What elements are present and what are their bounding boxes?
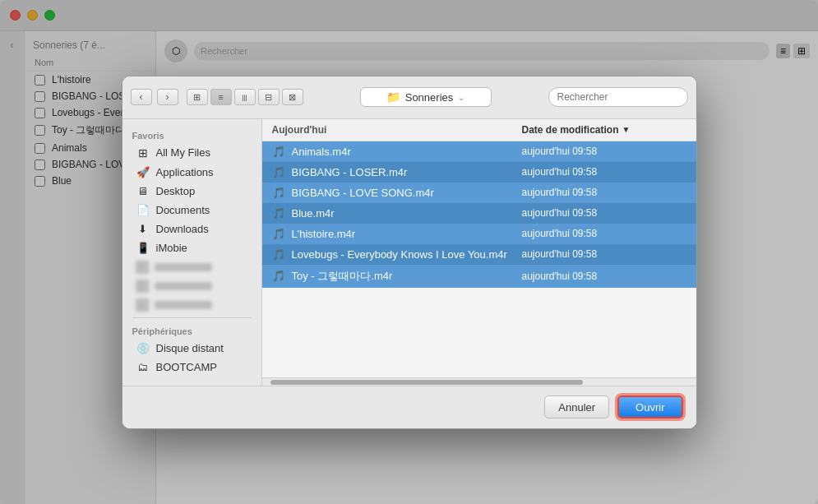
file-icon-bigbang-loser: 🎵	[272, 166, 285, 178]
file-row-blue[interactable]: 🎵 Blue.m4r aujourd'hui 09:58	[262, 203, 696, 224]
sidebar-item-downloads[interactable]: ⬇ Downloads	[126, 220, 258, 238]
file-icon-blue: 🎵	[272, 207, 285, 220]
file-row-lhistoire[interactable]: 🎵 L'histoire.m4r aujourd'hui 09:58	[262, 224, 696, 244]
back-button[interactable]: ‹	[131, 89, 152, 105]
sidebar-item-imobie[interactable]: 📱 iMobie	[126, 238, 258, 257]
sidebar-item-applications[interactable]: 🚀 Applications	[126, 163, 258, 182]
all-my-files-icon: ⊞	[136, 146, 150, 160]
sidebar-item-all-my-files[interactable]: ⊞ All My Files	[126, 143, 258, 163]
camera-icon-blurred	[136, 261, 149, 274]
file-date-blue: aujourd'hui 09:58	[522, 207, 686, 219]
filelist-scrollbar[interactable]	[262, 377, 696, 386]
sidebar-item-label-applications: Applications	[156, 166, 214, 178]
file-picker-dialog: ‹ › ⊞ ≡ ⫼ ⊟ ⊠	[122, 76, 697, 429]
column-view-btn[interactable]: ⫼	[234, 89, 256, 105]
dropdown-arrow-icon: ⌄	[458, 93, 464, 102]
downloads-icon: ⬇	[136, 223, 150, 235]
coverflow-view-btn[interactable]: ⊠	[282, 89, 303, 105]
file-date-toy: aujourd'hui 09:58	[522, 270, 686, 282]
sidebar-item-label-downloads: Downloads	[156, 223, 209, 235]
bootcamp-icon: 🗂	[136, 361, 150, 373]
folder-icon: 📁	[386, 90, 400, 104]
file-name-toy: Toy - 그렇때마다.m4r	[292, 269, 515, 284]
icon-view-btn[interactable]: ⊞	[187, 89, 208, 105]
sidebar-blurred-camera	[126, 258, 258, 276]
file-row-animals[interactable]: 🎵 Animals.m4r aujourd'hui 09:58	[262, 141, 696, 162]
file-name-bigbang-loser: BIGBANG - LOSER.m4r	[292, 166, 515, 178]
filelist-header: Aujourd'hui Date de modification ▼	[262, 119, 696, 141]
current-folder-name: Sonneries	[405, 91, 454, 104]
file-date-lhistoire: aujourd'hui 09:58	[522, 228, 686, 239]
sort-arrow-icon: ▼	[622, 125, 631, 134]
dialog-titlebar: ‹ › ⊞ ≡ ⫼ ⊟ ⊠	[122, 76, 696, 119]
file-icon-toy: 🎵	[272, 270, 285, 282]
file-row-bigbang-love[interactable]: 🎵 BIGBANG - LOVE SONG.m4r aujourd'hui 09…	[262, 183, 696, 203]
sidebar-item-desktop[interactable]: 🖥 Desktop	[126, 182, 258, 201]
gallery-view-icon: ⊟	[265, 92, 272, 103]
applications-icon: 🚀	[136, 166, 150, 178]
sidebar-separator	[132, 317, 252, 318]
file-icon-lovebugs: 🎵	[272, 248, 285, 261]
documents-icon: 📄	[136, 204, 150, 216]
camera-label-blurred	[155, 263, 212, 271]
sidebar-section-peripheriques: Périphériques	[122, 321, 261, 339]
video-label-blurred	[155, 301, 212, 309]
filelist-rows: 🎵 Animals.m4r aujourd'hui 09:58 🎵 BIGBAN…	[262, 141, 696, 377]
chevron-left-icon: ‹	[140, 91, 143, 103]
coverflow-view-icon: ⊠	[289, 92, 296, 103]
icon-view-icon: ⊞	[193, 92, 201, 103]
file-date-lovebugs: aujourd'hui 09:58	[522, 248, 686, 260]
file-row-lovebugs[interactable]: 🎵 Lovebugs - Everybody Knows I Love You.…	[262, 244, 696, 265]
chevron-right-icon: ›	[166, 91, 169, 103]
annuler-button[interactable]: Annuler	[544, 395, 609, 418]
file-icon-bigbang-love: 🎵	[272, 187, 285, 199]
sidebar-item-bootcamp[interactable]: 🗂 BOOTCAMP	[126, 358, 258, 377]
file-name-lhistoire: L'histoire.m4r	[292, 228, 515, 240]
sidebar-blurred-music	[126, 277, 258, 295]
dialog-filelist: Aujourd'hui Date de modification ▼ 🎵 Ani…	[262, 119, 696, 386]
dialog-sidebar: Favoris ⊞ All My Files 🚀 Applications 🖥 …	[122, 119, 262, 386]
col-header-date[interactable]: Date de modification ▼	[522, 124, 686, 136]
sidebar-item-label-all-my-files: All My Files	[156, 146, 210, 159]
file-name-animals: Animals.m4r	[292, 146, 515, 158]
sidebar-item-label-desktop: Desktop	[156, 185, 196, 197]
file-date-bigbang-loser: aujourd'hui 09:58	[522, 166, 686, 178]
sidebar-item-disque-distant[interactable]: 💿 Disque distant	[126, 339, 258, 358]
modal-backdrop: ‹ › ⊞ ≡ ⫼ ⊟ ⊠	[0, 0, 818, 504]
music-label-blurred	[155, 282, 212, 290]
file-icon-animals: 🎵	[272, 146, 285, 158]
column-view-icon: ⫼	[240, 92, 249, 102]
video-icon-blurred	[136, 298, 149, 312]
location-pill[interactable]: 📁 Sonneries ⌄	[360, 87, 492, 107]
file-date-bigbang-love: aujourd'hui 09:58	[522, 187, 686, 198]
file-date-animals: aujourd'hui 09:58	[522, 146, 686, 157]
dialog-search-input[interactable]	[548, 87, 688, 107]
disque-distant-icon: 💿	[136, 342, 150, 354]
sidebar-section-favoris: Favoris	[122, 126, 261, 143]
ouvrir-button[interactable]: Ouvrir	[617, 395, 682, 418]
list-view-icon: ≡	[218, 92, 223, 102]
file-name-bigbang-love: BIGBANG - LOVE SONG.m4r	[292, 187, 515, 199]
dialog-body: Favoris ⊞ All My Files 🚀 Applications 🖥 …	[122, 119, 696, 386]
file-row-toy[interactable]: 🎵 Toy - 그렇때마다.m4r aujourd'hui 09:58	[262, 265, 696, 288]
sidebar-item-label-bootcamp: BOOTCAMP	[156, 361, 217, 373]
desktop-icon: 🖥	[136, 185, 150, 197]
list-view-btn[interactable]: ≡	[210, 89, 232, 105]
gallery-view-btn[interactable]: ⊟	[258, 89, 280, 105]
col-header-name: Aujourd'hui	[272, 124, 514, 136]
sidebar-item-documents[interactable]: 📄 Documents	[126, 201, 258, 220]
sidebar-item-label-documents: Documents	[156, 204, 210, 216]
imobie-icon: 📱	[136, 242, 150, 254]
file-name-lovebugs: Lovebugs - Everybody Knows I Love You.m4…	[292, 248, 515, 261]
sidebar-item-label-disque-distant: Disque distant	[156, 342, 224, 354]
file-row-bigbang-loser[interactable]: 🎵 BIGBANG - LOSER.m4r aujourd'hui 09:58	[262, 162, 696, 183]
forward-button[interactable]: ›	[157, 89, 178, 105]
dialog-location: 📁 Sonneries ⌄	[308, 87, 543, 107]
file-icon-lhistoire: 🎵	[272, 228, 285, 240]
view-mode-buttons: ⊞ ≡ ⫼ ⊟ ⊠	[187, 89, 303, 105]
scrollbar-thumb[interactable]	[270, 380, 583, 385]
file-name-blue: Blue.m4r	[292, 207, 515, 220]
sidebar-item-label-imobie: iMobie	[156, 242, 187, 254]
music-icon-blurred	[136, 280, 149, 293]
sidebar-blurred-video	[126, 296, 258, 314]
